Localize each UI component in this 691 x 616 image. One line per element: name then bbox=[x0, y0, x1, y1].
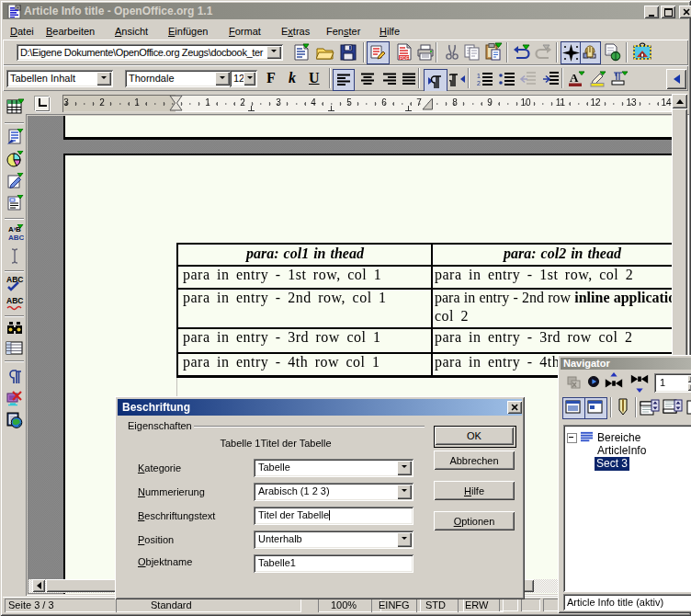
svg-text:1: 1 bbox=[477, 73, 481, 79]
svg-text:ABC: ABC bbox=[6, 296, 23, 305]
svg-text:A: A bbox=[570, 71, 579, 85]
svg-text:ABC: ABC bbox=[8, 234, 24, 242]
svg-text:ABC: ABC bbox=[6, 275, 23, 284]
svg-text:PDF: PDF bbox=[400, 55, 409, 61]
svg-text:2: 2 bbox=[477, 80, 481, 86]
svg-text:A: A bbox=[8, 225, 14, 234]
